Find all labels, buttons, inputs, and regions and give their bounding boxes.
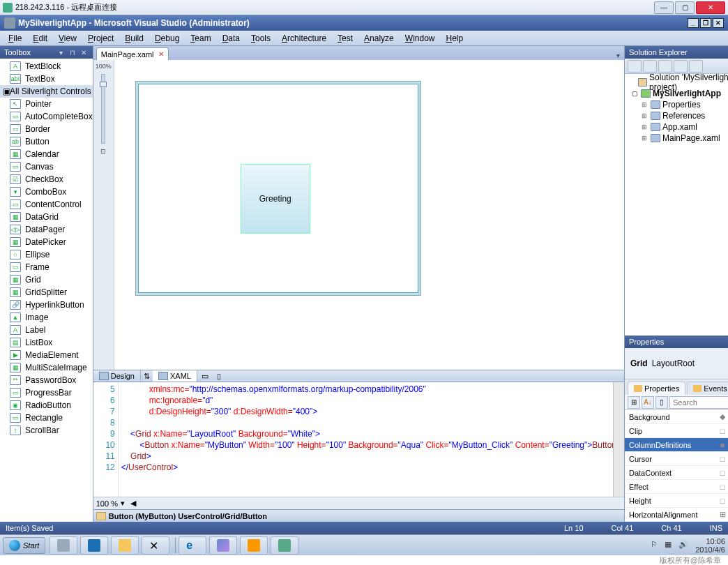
- toolbox-item[interactable]: ↕ScrollBar: [0, 424, 93, 437]
- toolbox-item[interactable]: ▭Border: [0, 123, 93, 135]
- property-row[interactable]: HorizontalAlignment⊞Stretch: [625, 508, 728, 522]
- tray-network-icon[interactable]: ▦: [665, 540, 676, 551]
- system-tray[interactable]: ⚐ ▦ 🔊 10:06 2010/4/6: [649, 537, 725, 554]
- property-row[interactable]: Effect□Value must be set in: [625, 480, 728, 494]
- property-row[interactable]: Height□Auto: [625, 494, 728, 508]
- tree-item[interactable]: ⊞References: [628, 110, 728, 121]
- document-tab[interactable]: MainPage.xaml ✕: [96, 47, 169, 60]
- toolbox-item[interactable]: ☑CheckBox: [0, 173, 93, 186]
- design-canvas[interactable]: Greeting: [114, 60, 624, 370]
- taskbar-app-icon[interactable]: [240, 536, 268, 555]
- toolbox-item[interactable]: ▾ComboBox: [0, 186, 93, 198]
- toolbox-item[interactable]: ▭ProgressBar: [0, 386, 93, 399]
- se-tool-btn[interactable]: [674, 60, 688, 73]
- tree-project[interactable]: ▢MySilverlightApp: [628, 88, 728, 99]
- tree-item[interactable]: ⊞App.xaml: [628, 121, 728, 133]
- solution-tree[interactable]: Solution 'MySilverlightApp' (1 project) …: [625, 74, 728, 336]
- xaml-tab[interactable]: XAML: [153, 370, 197, 382]
- breadcrumb-bar[interactable]: Button (MyButton) UserControl/Grid/Butto…: [93, 509, 624, 522]
- properties-grid[interactable]: Background◆White▾Clip□ColumnDefinitions■…: [625, 410, 728, 522]
- properties-tab-props[interactable]: Properties: [628, 382, 685, 395]
- menu-architecture[interactable]: Architecture: [276, 32, 332, 45]
- se-tool-btn[interactable]: [643, 60, 657, 73]
- menu-analyze[interactable]: Analyze: [358, 32, 400, 45]
- tab-close-icon[interactable]: ✕: [158, 50, 164, 58]
- zoom-slider[interactable]: 100% ⊡: [93, 60, 114, 370]
- toolbox-item[interactable]: 🔗HyperlinkButton: [0, 299, 93, 311]
- rdp-minimize-button[interactable]: —: [654, 1, 674, 14]
- menu-help[interactable]: Help: [440, 32, 469, 45]
- vs-close-button[interactable]: ✕: [713, 18, 724, 28]
- rdp-close-button[interactable]: ✕: [696, 1, 725, 14]
- menu-data[interactable]: Data: [217, 32, 245, 45]
- toolbox-header[interactable]: Toolbox ▾ ⊓ ✕: [0, 46, 93, 59]
- tray-flag-icon[interactable]: ⚐: [651, 540, 662, 551]
- toolbox-item[interactable]: ◉RadioButton: [0, 399, 93, 412]
- greeting-button[interactable]: Greeting: [241, 164, 310, 234]
- sort-icon[interactable]: A↓: [642, 396, 654, 409]
- tab-overflow-icon[interactable]: ▾: [613, 50, 623, 60]
- taskbar-explorer-icon[interactable]: [111, 536, 139, 555]
- tree-item[interactable]: ⊞Properties: [628, 99, 728, 110]
- code-editor[interactable]: 56789101112 xmlns:mc="http://schemas.ope…: [93, 382, 624, 497]
- taskbar-vs-icon[interactable]: [209, 536, 237, 555]
- menu-view[interactable]: View: [53, 32, 82, 45]
- toolbox-item[interactable]: ▭Canvas: [0, 160, 93, 173]
- toolbox-item[interactable]: **PasswordBox: [0, 374, 93, 386]
- menu-build[interactable]: Build: [119, 32, 149, 45]
- menu-tools[interactable]: Tools: [245, 32, 276, 45]
- toolbox-pin-icon[interactable]: ⊓: [68, 47, 77, 57]
- toolbox-item[interactable]: ▲Image: [0, 311, 93, 324]
- toolbox-item[interactable]: ▤ListBox: [0, 336, 93, 349]
- property-row[interactable]: Cursor□: [625, 452, 728, 466]
- design-tab[interactable]: Design: [93, 370, 141, 382]
- toolbox-item[interactable]: ▭Rectangle: [0, 412, 93, 424]
- toolbox-item[interactable]: abButton: [0, 135, 93, 148]
- toolbox-item[interactable]: ▶MediaElement: [0, 349, 93, 361]
- menu-file[interactable]: File: [3, 32, 27, 45]
- tray-clock[interactable]: 10:06 2010/4/6: [695, 537, 725, 554]
- zoom-percent[interactable]: 100 %: [96, 499, 118, 508]
- artboard[interactable]: Greeting: [135, 81, 421, 296]
- editor-scrollbar[interactable]: [613, 382, 624, 497]
- properties-header[interactable]: Properties ▾ ⊓ ✕: [625, 336, 728, 348]
- toolbox-item[interactable]: abITextBox: [0, 73, 93, 85]
- menu-project[interactable]: Project: [82, 32, 119, 45]
- toolbox-item[interactable]: ▦DataGrid: [0, 211, 93, 223]
- toolbox-dropdown-icon[interactable]: ▾: [56, 47, 66, 57]
- menu-debug[interactable]: Debug: [149, 32, 185, 45]
- toolbox-item[interactable]: ▭Frame: [0, 261, 93, 273]
- property-row[interactable]: DataContext□Binding...: [625, 466, 728, 480]
- properties-search-input[interactable]: [669, 396, 728, 409]
- se-tool-btn[interactable]: [658, 60, 672, 73]
- fit-icon[interactable]: ⊡: [100, 148, 106, 155]
- menu-test[interactable]: Test: [332, 32, 358, 45]
- se-tool-btn[interactable]: [689, 60, 703, 73]
- menu-edit[interactable]: Edit: [27, 32, 53, 45]
- property-row[interactable]: Background◆White▾: [625, 410, 728, 424]
- taskbar-powershell-icon[interactable]: [80, 536, 108, 555]
- toolbox-item[interactable]: ○Ellipse: [0, 248, 93, 261]
- tree-item[interactable]: ⊞MainPage.xaml: [628, 133, 728, 144]
- property-row[interactable]: Clip□: [625, 424, 728, 438]
- toolbox-item[interactable]: ▦Grid: [0, 273, 93, 286]
- toolbox-close-icon[interactable]: ✕: [79, 47, 89, 57]
- start-button[interactable]: Start: [3, 537, 45, 554]
- toolbox-item[interactable]: ◁▷DataPager: [0, 223, 93, 236]
- rdp-maximize-button[interactable]: ▢: [675, 1, 695, 14]
- split-vertical-icon[interactable]: ▯: [213, 372, 225, 381]
- taskbar-tools-icon[interactable]: ✕: [142, 536, 169, 555]
- solution-explorer-header[interactable]: Solution Explorer ▾ ⊓ ✕: [625, 46, 728, 59]
- taskbar-app2-icon[interactable]: [271, 536, 298, 555]
- tree-solution[interactable]: Solution 'MySilverlightApp' (1 project): [628, 77, 728, 88]
- toolbox-item[interactable]: ▦DatePicker: [0, 236, 93, 248]
- vs-restore-button[interactable]: ❐: [700, 18, 711, 28]
- categorize-icon[interactable]: ⊞: [628, 396, 640, 409]
- toolbox-item[interactable]: ▭ContentControl: [0, 198, 93, 211]
- tray-sound-icon[interactable]: 🔊: [678, 540, 690, 551]
- menu-team[interactable]: Team: [185, 32, 216, 45]
- taskbar-ie-icon[interactable]: e: [179, 536, 206, 555]
- toolbox-item[interactable]: ▭AutoCompleteBox: [0, 110, 93, 123]
- menu-window[interactable]: Window: [400, 32, 441, 45]
- taskbar-server-icon[interactable]: [50, 536, 77, 555]
